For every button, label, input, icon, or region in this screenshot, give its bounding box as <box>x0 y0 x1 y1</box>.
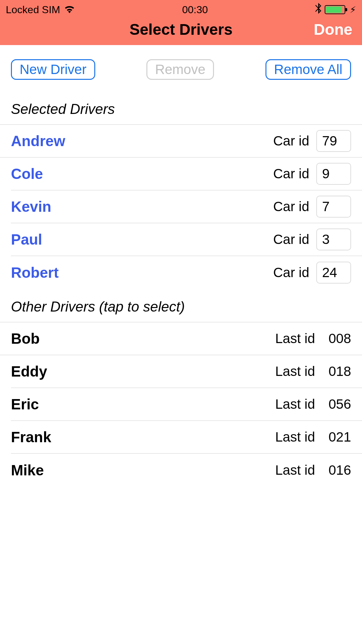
car-id-label: Car id <box>273 199 309 214</box>
page-title: Select Drivers <box>129 21 232 38</box>
clock: 00:30 <box>182 4 208 16</box>
done-button[interactable]: Done <box>314 21 352 38</box>
driver-name: Bob <box>11 330 275 347</box>
selected-driver-row[interactable]: Paul Car id <box>11 223 362 256</box>
last-id-label: Last id <box>275 331 315 346</box>
driver-name: Mike <box>11 462 275 479</box>
driver-name: Eddy <box>11 363 275 380</box>
driver-name: Frank <box>11 428 275 446</box>
other-drivers-header: Other Drivers (tap to select) <box>0 289 362 322</box>
carrier-label: Locked SIM <box>6 4 60 16</box>
driver-name: Cole <box>11 165 273 182</box>
driver-name: Robert <box>11 264 273 281</box>
car-id-input[interactable] <box>316 229 351 250</box>
selected-driver-row[interactable]: Cole Car id <box>11 158 362 191</box>
toolbar: New Driver Remove Remove All <box>0 45 362 80</box>
selected-driver-row[interactable]: Andrew Car id <box>0 125 362 158</box>
driver-name: Kevin <box>11 198 273 215</box>
car-id-input[interactable] <box>316 130 351 152</box>
other-driver-row[interactable]: Frank Last id 021 <box>11 421 362 454</box>
car-id-input[interactable] <box>316 196 351 218</box>
other-drivers-list: Bob Last id 008 Eddy Last id 018 Eric La… <box>0 322 362 487</box>
car-id-label: Car id <box>273 133 309 149</box>
car-id-input[interactable] <box>316 262 351 284</box>
remove-button: Remove <box>146 59 214 80</box>
selected-driver-row[interactable]: Robert Car id <box>11 256 362 289</box>
last-id-value: 056 <box>322 397 351 412</box>
other-driver-row[interactable]: Bob Last id 008 <box>0 322 362 355</box>
last-id-value: 018 <box>322 364 351 379</box>
selected-drivers-header: Selected Drivers <box>0 80 362 124</box>
last-id-label: Last id <box>275 364 315 379</box>
nav-bar: Select Drivers Done <box>0 19 362 45</box>
bluetooth-icon <box>315 3 321 16</box>
last-id-value: 016 <box>322 462 351 478</box>
selected-driver-row[interactable]: Kevin Car id <box>11 191 362 223</box>
selected-drivers-list: Andrew Car id Cole Car id Kevin Car id P… <box>0 124 362 289</box>
other-driver-row[interactable]: Eddy Last id 018 <box>11 355 362 388</box>
status-bar: Locked SIM 00:30 ⚡︎ <box>0 0 362 19</box>
other-driver-row[interactable]: Mike Last id 016 <box>11 454 362 487</box>
driver-name: Paul <box>11 231 273 248</box>
charging-icon: ⚡︎ <box>350 5 356 15</box>
last-id-value: 008 <box>322 331 351 346</box>
last-id-label: Last id <box>275 462 315 478</box>
car-id-input[interactable] <box>316 163 351 185</box>
driver-name: Eric <box>11 396 275 413</box>
battery-icon <box>325 5 345 14</box>
last-id-label: Last id <box>275 429 315 445</box>
remove-all-button[interactable]: Remove All <box>265 59 351 80</box>
last-id-label: Last id <box>275 397 315 412</box>
new-driver-button[interactable]: New Driver <box>11 59 95 80</box>
last-id-value: 021 <box>322 429 351 445</box>
car-id-label: Car id <box>273 166 309 182</box>
car-id-label: Car id <box>273 232 309 247</box>
car-id-label: Car id <box>273 265 309 280</box>
wifi-icon <box>64 4 75 16</box>
other-driver-row[interactable]: Eric Last id 056 <box>11 388 362 421</box>
driver-name: Andrew <box>11 132 273 150</box>
